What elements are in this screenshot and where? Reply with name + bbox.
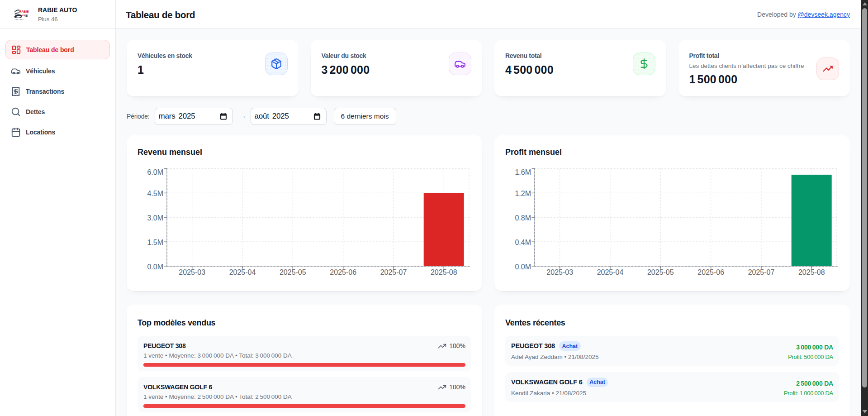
svg-text:0.0M: 0.0M [515,263,531,271]
svg-text:46: 46 [24,14,28,18]
svg-text:0.8M: 0.8M [515,214,531,222]
svg-text:2025-05: 2025-05 [280,268,306,276]
svg-text:1.6M: 1.6M [515,168,531,176]
svg-text:2025-07: 2025-07 [380,268,407,276]
svg-text:1.2M: 1.2M [515,190,531,197]
svg-text:6.0M: 6.0M [147,168,163,176]
svg-text:2025-06: 2025-06 [697,268,724,276]
svg-text:0.0M: 0.0M [147,263,163,271]
svg-text:4.5M: 4.5M [147,190,163,197]
svg-text:0.4M: 0.4M [515,239,531,246]
svg-text:2025-03: 2025-03 [546,268,573,276]
svg-text:2025-05: 2025-05 [647,268,674,276]
svg-text:2025-06: 2025-06 [330,268,356,276]
svg-text:2025-04: 2025-04 [229,268,256,276]
svg-text:2025-08: 2025-08 [798,268,825,276]
svg-text:RABIE: RABIE [19,10,29,13]
svg-text:3.0M: 3.0M [147,214,163,222]
svg-text:2025-03: 2025-03 [179,268,205,276]
svg-text:2025-08: 2025-08 [431,268,457,276]
svg-text:1.5M: 1.5M [147,239,163,246]
svg-text:2025-07: 2025-07 [748,268,775,276]
svg-text:2025-04: 2025-04 [597,268,624,276]
